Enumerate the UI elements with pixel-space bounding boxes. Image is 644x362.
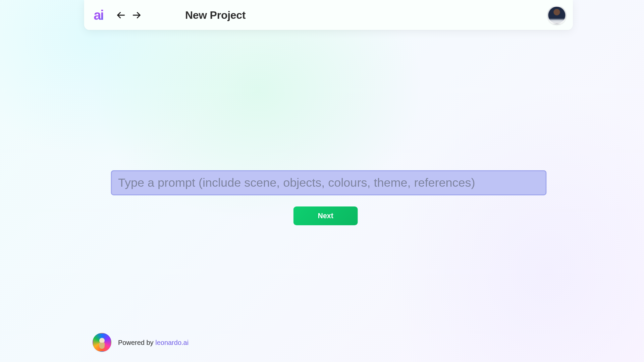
forward-button[interactable]: [130, 9, 143, 21]
arrow-right-icon: [131, 10, 142, 20]
app-logo[interactable]: ai: [90, 7, 106, 23]
leonardo-logo-icon: [93, 333, 111, 352]
next-button[interactable]: Next: [293, 206, 358, 225]
footer: Powered by leonardo.ai: [93, 333, 189, 352]
app-logo-text: ai: [94, 7, 103, 22]
footer-text: Powered by leonardo.ai: [118, 339, 189, 346]
prompt-input[interactable]: [111, 170, 547, 195]
back-button[interactable]: [114, 9, 127, 21]
top-navigation-bar: ai New Project: [84, 0, 573, 30]
nav-arrows-group: [114, 9, 143, 21]
main-content: Next: [111, 170, 547, 225]
page-title: New Project: [185, 9, 246, 21]
arrow-left-icon: [115, 10, 126, 20]
leonardo-link[interactable]: leonardo.ai: [155, 339, 189, 346]
footer-prefix: Powered by: [118, 339, 155, 346]
user-avatar[interactable]: [547, 6, 566, 24]
